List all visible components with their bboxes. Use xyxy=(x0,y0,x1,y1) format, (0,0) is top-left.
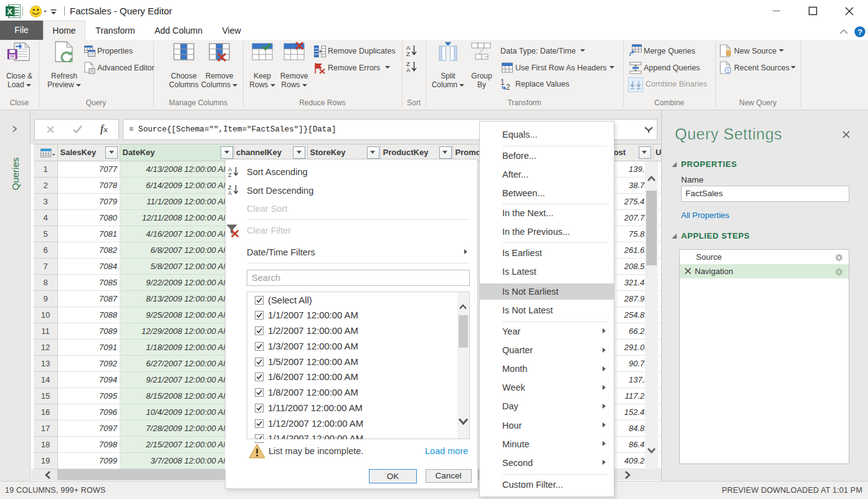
svg-text:A: A xyxy=(228,166,232,173)
svg-text:Z: Z xyxy=(228,184,232,191)
svg-text:Z: Z xyxy=(406,50,410,57)
svg-text:2: 2 xyxy=(506,83,510,91)
svg-text:A: A xyxy=(406,67,411,73)
svg-text:Z: Z xyxy=(228,172,232,178)
svg-text:X: X xyxy=(7,7,12,16)
svg-text:?: ? xyxy=(857,27,862,37)
svg-text:1: 1 xyxy=(500,78,505,87)
svg-text:A: A xyxy=(228,190,232,196)
